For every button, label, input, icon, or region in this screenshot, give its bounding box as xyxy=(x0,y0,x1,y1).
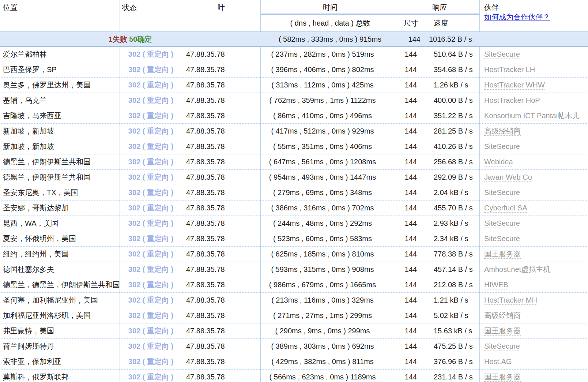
partner-link[interactable]: SiteSecure xyxy=(484,142,520,151)
partner-link[interactable]: 国王服务器 xyxy=(484,327,521,336)
partner-link[interactable]: HIWEB xyxy=(484,281,508,289)
ip-address-cell: 47.88.35.78 xyxy=(182,154,260,170)
partner-link[interactable]: SiteSecure xyxy=(484,235,520,243)
time-cell: ( 237ms , 282ms , 0ms ) 519ms xyxy=(260,47,400,62)
status-code: 302 ( 重定向 ) xyxy=(120,62,182,78)
speed-cell: 1.21 kB / s xyxy=(429,293,479,308)
partner-link[interactable]: HostTracker MH xyxy=(484,296,537,305)
partner-signup-link[interactable]: 如何成为合作伙伴？ xyxy=(484,13,550,21)
speed-cell: 400.00 B / s xyxy=(429,93,479,108)
location-cell: 奥兰多，佛罗里达州，美国 xyxy=(0,78,120,93)
partner-link[interactable]: Konsortium ICT Pantai帖木儿 xyxy=(484,112,580,120)
partner-link[interactable]: SiteSecure xyxy=(484,342,520,351)
location-cell: 吉隆坡，马来西亚 xyxy=(0,108,120,124)
summary-partner-empty xyxy=(479,31,588,47)
size-cell: 144 xyxy=(400,339,429,354)
table-row: 加利福尼亚州洛杉矶，美国 302 ( 重定向 ) 47.88.35.78 ( 2… xyxy=(0,308,588,323)
table-row: 圣安东尼奥，TX，美国 302 ( 重定向 ) 47.88.35.78 ( 27… xyxy=(0,185,588,201)
partner-link[interactable]: Amhost.net虚拟主机 xyxy=(484,265,550,274)
partner-link[interactable]: SiteSecure xyxy=(484,188,520,197)
ip-address-cell: 47.88.35.78 xyxy=(182,62,260,78)
time-cell: ( 523ms , 60ms , 0ms ) 583ms xyxy=(260,231,400,247)
size-cell: 144 xyxy=(400,154,429,170)
table-row: 德黑兰，伊朗伊斯兰共和国 302 ( 重定向 ) 47.88.35.78 ( 6… xyxy=(0,154,588,170)
status-code: 302 ( 重定向 ) xyxy=(120,339,182,354)
size-cell: 144 xyxy=(400,323,429,339)
partner-link[interactable]: 国王服务器 xyxy=(484,373,521,382)
size-cell: 144 xyxy=(400,216,429,231)
partner-cell: Host.AG xyxy=(479,354,588,370)
time-cell: ( 271ms , 27ms , 1ms ) 299ms xyxy=(260,308,400,323)
location-cell: 圣安娜，哥斯达黎加 xyxy=(0,201,120,216)
ip-address-cell: 47.88.35.78 xyxy=(182,354,260,370)
partner-link[interactable]: Cyberfuel SA xyxy=(484,204,527,213)
ok-count: 50确定 xyxy=(129,35,152,43)
partner-link[interactable]: SiteSecure xyxy=(484,50,520,59)
size-cell: 144 xyxy=(400,201,429,216)
partner-cell: SiteSecure xyxy=(479,216,588,231)
time-cell: ( 986ms , 679ms , 0ms ) 1665ms xyxy=(260,277,400,293)
speed-cell: 256.68 B / s xyxy=(429,154,479,170)
time-cell: ( 762ms , 359ms , 1ms ) 1122ms xyxy=(260,93,400,108)
partner-cell: HostTracker MH xyxy=(479,293,588,308)
time-cell: ( 593ms , 315ms , 0ms ) 908ms xyxy=(260,262,400,277)
time-cell: ( 86ms , 410ms , 0ms ) 496ms xyxy=(260,108,400,124)
speed-cell: 1.26 kB / s xyxy=(429,78,479,93)
speed-cell: 281.25 B / s xyxy=(429,124,479,139)
partner-link[interactable]: 高级经销商 xyxy=(484,127,521,136)
table-row: 新加坡，新加坡 302 ( 重定向 ) 47.88.35.78 ( 55ms ,… xyxy=(0,139,588,154)
ip-address-cell: 47.88.35.78 xyxy=(182,323,260,339)
speed-cell: 2.04 kB / s xyxy=(429,185,479,201)
time-cell: ( 386ms , 316ms , 0ms ) 702ms xyxy=(260,201,400,216)
location-cell: 德黑兰，伊朗伊斯兰共和国 xyxy=(0,154,120,170)
speed-cell: 778.38 B / s xyxy=(429,247,479,262)
time-cell: ( 647ms , 561ms , 0ms ) 1208ms xyxy=(260,154,400,170)
time-cell: ( 213ms , 116ms , 0ms ) 329ms xyxy=(260,293,400,308)
partner-cell: 国王服务器 xyxy=(479,370,588,382)
location-cell: 圣安东尼奥，TX，美国 xyxy=(0,185,120,201)
ip-address-cell: 47.88.35.78 xyxy=(182,247,260,262)
partner-link[interactable]: Javan Web Co xyxy=(484,173,532,182)
header-speed: 速度 xyxy=(429,15,479,31)
partner-link[interactable]: 高级经销商 xyxy=(484,311,521,320)
location-cell: 新加坡，新加坡 xyxy=(0,124,120,139)
status-code: 302 ( 重定向 ) xyxy=(120,354,182,370)
partner-cell: SiteSecure xyxy=(479,339,588,354)
table-row: 纽约，纽约州，美国 302 ( 重定向 ) 47.88.35.78 ( 625m… xyxy=(0,247,588,262)
partner-link[interactable]: HostTracker LH xyxy=(484,65,535,74)
size-cell: 144 xyxy=(400,262,429,277)
partner-cell: Javan Web Co xyxy=(479,170,588,185)
speed-cell: 2.93 kB / s xyxy=(429,216,479,231)
summary-time: ( 582ms , 333ms , 0ms ) 915ms xyxy=(260,31,400,47)
partner-link[interactable]: Host.AG xyxy=(484,357,512,366)
status-code: 302 ( 重定向 ) xyxy=(120,293,182,308)
size-cell: 144 xyxy=(400,124,429,139)
status-code: 302 ( 重定向 ) xyxy=(120,277,182,293)
ip-address-cell: 47.88.35.78 xyxy=(182,170,260,185)
partner-link[interactable]: SiteSecure xyxy=(484,219,520,228)
size-cell: 144 xyxy=(400,277,429,293)
status-code: 302 ( 重定向 ) xyxy=(120,139,182,154)
size-cell: 144 xyxy=(400,108,429,124)
speed-cell: 351.22 B / s xyxy=(429,108,479,124)
table-row: 巴西圣保罗，SP 302 ( 重定向 ) 47.88.35.78 ( 396ms… xyxy=(0,62,588,78)
partner-link[interactable]: Webidea xyxy=(484,158,513,166)
table-row: 德黑兰，伊朗伊斯兰共和国 302 ( 重定向 ) 47.88.35.78 ( 9… xyxy=(0,170,588,185)
size-cell: 144 xyxy=(400,93,429,108)
partner-cell: HostTracker WHW xyxy=(479,78,588,93)
partner-link[interactable]: HostTracker WHW xyxy=(484,81,545,90)
ip-address-cell: 47.88.35.78 xyxy=(182,47,260,62)
status-code: 302 ( 重定向 ) xyxy=(120,185,182,201)
partner-cell: Amhost.net虚拟主机 xyxy=(479,262,588,277)
partner-cell: SiteSecure xyxy=(479,231,588,247)
table-row: 夏安，怀俄明州，美国 302 ( 重定向 ) 47.88.35.78 ( 523… xyxy=(0,231,588,247)
partner-cell: HostTracker HoP xyxy=(479,93,588,108)
partner-link[interactable]: HostTracker HoP xyxy=(484,96,540,105)
table-row: 德国杜塞尔多夫 302 ( 重定向 ) 47.88.35.78 ( 593ms … xyxy=(0,262,588,277)
ip-address-cell: 47.88.35.78 xyxy=(182,339,260,354)
location-cell: 夏安，怀俄明州，美国 xyxy=(0,231,120,247)
partner-link[interactable]: 国王服务器 xyxy=(484,250,521,259)
status-code: 302 ( 重定向 ) xyxy=(120,47,182,62)
table-row: 圣何塞，加利福尼亚州，美国 302 ( 重定向 ) 47.88.35.78 ( … xyxy=(0,293,588,308)
location-cell: 加利福尼亚州洛杉矶，美国 xyxy=(0,308,120,323)
